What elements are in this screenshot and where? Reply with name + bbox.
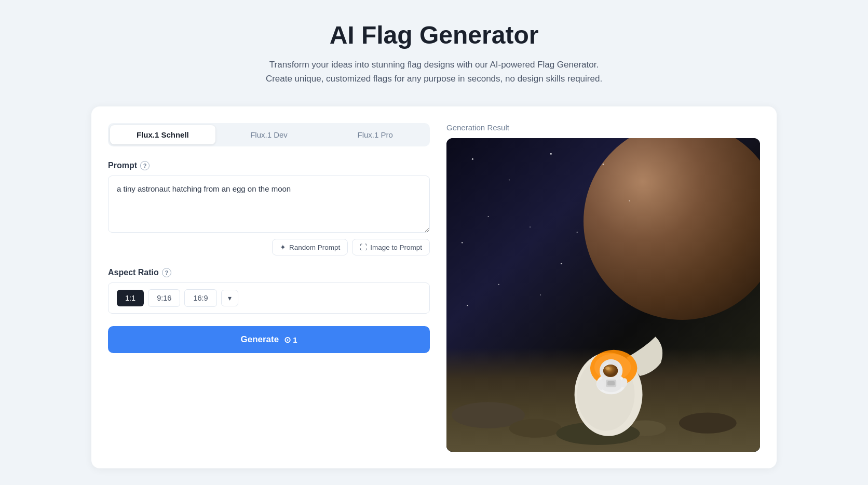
prompt-section: Prompt ? a tiny astronaut hatching from …	[108, 161, 430, 255]
aspect-9-16-button[interactable]: 9:16	[148, 289, 180, 307]
aspect-ratio-section: Aspect Ratio ? 1:1 9:16 16:9 ▾	[108, 268, 430, 314]
right-panel: Generation Result	[446, 123, 760, 452]
aspect-ratio-help-icon[interactable]: ?	[162, 268, 171, 277]
page-subtitle-1: Transform your ideas into stunning flag …	[10, 58, 858, 72]
aspect-ratio-label-text: Aspect Ratio	[108, 268, 159, 277]
generate-button[interactable]: Generate ⊙ 1	[108, 326, 430, 353]
result-image	[446, 138, 760, 452]
prompt-label: Prompt ?	[108, 161, 430, 170]
tab-dev[interactable]: Flux.1 Dev	[216, 125, 322, 144]
generation-result-label: Generation Result	[446, 123, 760, 132]
tab-pro[interactable]: Flux.1 Pro	[322, 125, 428, 144]
image-to-prompt-icon: ⛶	[360, 243, 367, 251]
svg-point-28	[605, 367, 609, 370]
coin-count: 1	[293, 335, 297, 344]
generate-label: Generate	[240, 334, 279, 345]
coin-badge: ⊙ 1	[284, 335, 297, 345]
svg-point-27	[603, 365, 618, 377]
result-image-container	[446, 138, 760, 452]
page-title: AI Flag Generator	[10, 21, 858, 49]
random-prompt-label: Random Prompt	[289, 244, 340, 251]
image-to-prompt-label: Image to Prompt	[370, 244, 422, 251]
coin-icon: ⊙	[284, 335, 291, 345]
aspect-1-1-button[interactable]: 1:1	[117, 290, 144, 306]
image-to-prompt-button[interactable]: ⛶ Image to Prompt	[352, 239, 430, 255]
prompt-actions: ✦ Random Prompt ⛶ Image to Prompt	[108, 239, 430, 255]
random-prompt-button[interactable]: ✦ Random Prompt	[272, 239, 348, 255]
svg-point-14	[679, 413, 737, 434]
aspect-more-button[interactable]: ▾	[221, 290, 238, 306]
tab-schnell[interactable]: Flux.1 Schnell	[110, 125, 215, 144]
scene-svg	[446, 138, 760, 452]
page-subtitle-2: Create unique, customized flags for any …	[10, 72, 858, 86]
aspect-ratio-label: Aspect Ratio ?	[108, 268, 430, 277]
aspect-16-9-button[interactable]: 16:9	[184, 289, 216, 307]
page-header: AI Flag Generator Transform your ideas i…	[10, 21, 858, 86]
prompt-label-text: Prompt	[108, 161, 137, 170]
random-prompt-icon: ✦	[280, 243, 286, 251]
prompt-textarea[interactable]: a tiny astronaut hatching from an egg on…	[108, 176, 430, 233]
svg-point-16	[509, 419, 562, 438]
tabs-container: Flux.1 Schnell Flux.1 Dev Flux.1 Pro	[108, 123, 430, 146]
svg-rect-32	[607, 381, 615, 385]
left-panel: Flux.1 Schnell Flux.1 Dev Flux.1 Pro Pro…	[108, 123, 430, 452]
aspect-options: 1:1 9:16 16:9 ▾	[108, 282, 430, 314]
prompt-help-icon[interactable]: ?	[140, 161, 150, 170]
main-card: Flux.1 Schnell Flux.1 Dev Flux.1 Pro Pro…	[91, 106, 777, 468]
